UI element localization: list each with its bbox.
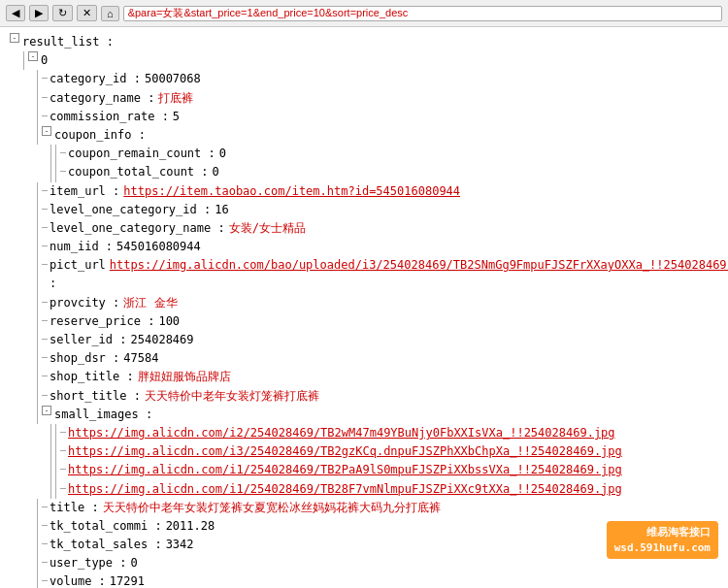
item-key: coupon_remain_count : xyxy=(68,145,215,163)
item-val: 17291 xyxy=(110,572,145,588)
item-val: 254028469 xyxy=(131,331,194,349)
item-key: category_name : xyxy=(50,89,154,108)
tree-item-22: —title :天天特价中老年女装灯笼裤女夏宽松冰丝妈妈花裤大码九分打底裤 xyxy=(10,499,718,517)
item-val: 3342 xyxy=(166,536,194,554)
item-key: shop_title : xyxy=(50,368,134,386)
connector: — xyxy=(42,201,48,216)
vline xyxy=(50,145,51,163)
watermark-line2: wsd.591hufu.com xyxy=(614,540,711,555)
tree-item-9: —num_iid :545016080944 xyxy=(10,238,718,256)
item-key: title : xyxy=(50,499,99,517)
result-list-key: result_list : xyxy=(22,33,114,51)
item-val[interactable]: https://img.alicdn.com/bao/uploaded/i3/2… xyxy=(110,256,728,275)
vline xyxy=(55,461,56,479)
item-url[interactable]: https://img.alicdn.com/i2/254028469/TB2w… xyxy=(68,424,615,442)
connector: — xyxy=(60,461,66,476)
tree-item-3: -coupon_info : xyxy=(10,126,718,145)
item-val: 浙江 金华 xyxy=(123,294,177,312)
vline xyxy=(55,145,56,163)
connector: — xyxy=(60,145,66,160)
forward-button[interactable]: ▶ xyxy=(29,5,49,21)
item-key: provcity : xyxy=(50,294,119,312)
connector: — xyxy=(42,89,48,105)
vline xyxy=(37,536,38,554)
tree-item-5: —coupon_total_count :0 xyxy=(10,163,718,181)
vline xyxy=(55,424,56,442)
vline xyxy=(50,424,51,442)
connector: — xyxy=(42,554,48,570)
result-list-row: - result_list : xyxy=(10,33,718,51)
tree-item-20: —https://img.alicdn.com/i1/254028469/TB2… xyxy=(10,461,718,479)
item-key: num_iid : xyxy=(50,238,113,256)
vline xyxy=(37,126,38,145)
vline xyxy=(37,517,38,536)
connector: — xyxy=(42,70,48,85)
connector: — xyxy=(42,331,48,346)
item-val[interactable]: https://item.taobao.com/item.htm?id=5450… xyxy=(123,182,460,201)
vline xyxy=(37,406,38,424)
vline xyxy=(37,219,38,238)
vline xyxy=(37,201,38,219)
item-val: 47584 xyxy=(123,349,158,368)
vline xyxy=(55,163,56,181)
watermark: 维易淘客接口 wsd.591hufu.com xyxy=(607,521,718,559)
item-key: commission_rate : xyxy=(50,108,169,126)
stop-button[interactable]: ✕ xyxy=(77,5,97,21)
item-val: 胖妞妞服饰品牌店 xyxy=(138,368,231,386)
vline xyxy=(37,368,38,386)
item-key: tk_total_commi : xyxy=(50,517,162,536)
item-val: 天天特价中老年女装灯笼裤打底裤 xyxy=(145,387,319,406)
vline xyxy=(37,499,38,517)
connector: — xyxy=(42,219,48,235)
tree-item-10: —pict_url :https://img.alicdn.com/bao/up… xyxy=(10,256,718,293)
address-bar[interactable] xyxy=(123,6,722,21)
reload-button[interactable]: ↻ xyxy=(52,5,73,21)
item-val: 天天特价中老年女装灯笼裤女夏宽松冰丝妈妈花裤大码九分打底裤 xyxy=(103,499,441,517)
tree-item-19: —https://img.alicdn.com/i3/254028469/TB2… xyxy=(10,442,718,461)
tree-item-12: —reserve_price :100 xyxy=(10,312,718,331)
item-key: coupon_info : xyxy=(54,126,146,145)
index-0-val: 0 xyxy=(41,51,48,70)
vline xyxy=(55,480,56,499)
connector: — xyxy=(42,182,48,198)
tree-item-8: —level_one_category_name :女装/女士精品 xyxy=(10,219,718,238)
item-val: 0 xyxy=(131,554,138,572)
vline xyxy=(50,480,51,499)
tree-item-4: —coupon_remain_count :0 xyxy=(10,145,718,163)
vline xyxy=(37,554,38,572)
tree-item-0: —category_id :50007068 xyxy=(10,70,718,88)
vline xyxy=(37,331,38,349)
connector: — xyxy=(60,442,66,458)
item-val: 0 xyxy=(213,163,219,181)
item-key: small_images : xyxy=(54,406,152,424)
item-key: tk_total_sales : xyxy=(50,536,162,554)
connector: — xyxy=(42,108,48,123)
collapse-icon[interactable]: - xyxy=(10,33,19,43)
item-key: level_one_category_id : xyxy=(50,201,211,219)
vline xyxy=(37,256,38,293)
item-url[interactable]: https://img.alicdn.com/i3/254028469/TB2g… xyxy=(68,442,622,461)
home-button[interactable]: ⌂ xyxy=(101,6,119,21)
connector: — xyxy=(60,424,66,440)
tree-item-21: —https://img.alicdn.com/i1/254028469/TB2… xyxy=(10,480,718,499)
vline xyxy=(37,312,38,331)
connector: — xyxy=(60,163,66,179)
connector: — xyxy=(42,349,48,365)
item-key: shop_dsr : xyxy=(50,349,119,368)
connector: — xyxy=(42,572,48,588)
vline xyxy=(37,349,38,368)
item-url[interactable]: https://img.alicdn.com/i1/254028469/TB28… xyxy=(68,480,622,499)
item-key: reserve_price : xyxy=(50,312,154,331)
item-url[interactable]: https://img.alicdn.com/i1/254028469/TB2P… xyxy=(68,461,622,479)
item-key: short_title : xyxy=(50,387,141,406)
item-key: category_id : xyxy=(50,70,141,88)
back-button[interactable]: ◀ xyxy=(6,5,25,21)
expand-icon[interactable]: - xyxy=(42,406,51,415)
item-key: level_one_category_name : xyxy=(50,219,225,238)
connector: — xyxy=(42,517,48,533)
connector: — xyxy=(42,368,48,383)
collapse-icon-0[interactable]: - xyxy=(28,51,38,61)
vline xyxy=(55,442,56,461)
expand-icon[interactable]: - xyxy=(42,126,51,136)
vline xyxy=(37,572,38,588)
